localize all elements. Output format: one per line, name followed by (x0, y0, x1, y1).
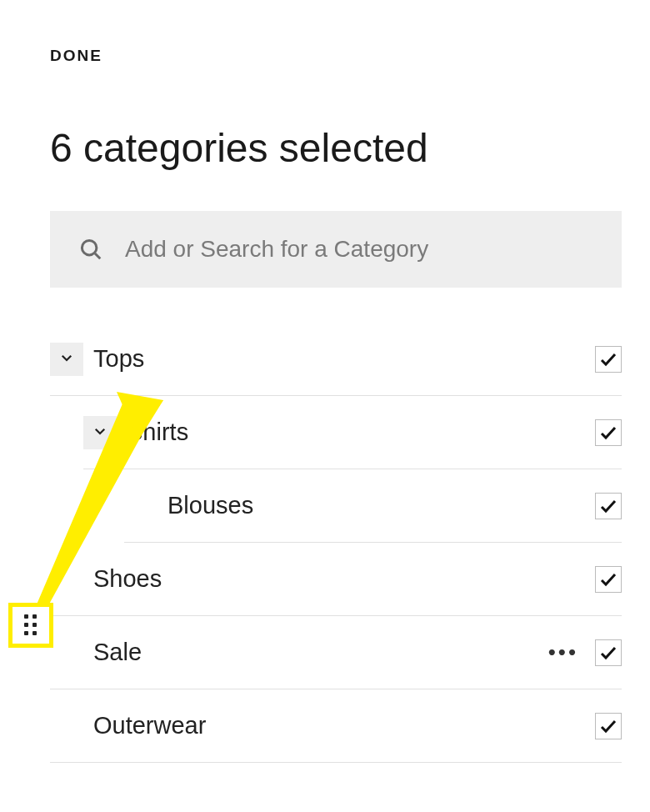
checkbox[interactable] (595, 346, 622, 373)
check-icon (598, 423, 618, 443)
expand-toggle[interactable] (50, 343, 83, 376)
chevron-down-icon (59, 350, 74, 368)
drag-handle[interactable] (8, 603, 53, 648)
drag-handle-icon (24, 614, 38, 636)
svg-line-1 (95, 253, 100, 258)
category-row-shoes[interactable]: Shoes (50, 543, 622, 616)
svg-point-0 (82, 240, 97, 255)
category-label: Shoes (93, 565, 595, 593)
check-icon (598, 643, 618, 663)
search-input[interactable] (125, 236, 593, 263)
check-icon (598, 569, 618, 589)
category-label: Sale (93, 639, 548, 666)
category-label: Blouses (168, 492, 595, 519)
done-button[interactable]: DONE (50, 47, 102, 65)
search-box[interactable] (50, 211, 622, 288)
expand-toggle[interactable] (83, 416, 117, 449)
checkbox[interactable] (595, 419, 622, 446)
category-row-sale[interactable]: Sale ••• (50, 616, 622, 689)
checkbox[interactable] (595, 713, 622, 739)
category-row-outerwear[interactable]: Outerwear (50, 689, 622, 763)
check-icon (598, 349, 618, 369)
category-row-shirts[interactable]: Shirts (83, 396, 622, 469)
check-icon (598, 716, 618, 736)
search-icon (78, 237, 103, 262)
checkbox[interactable] (595, 566, 622, 593)
chevron-down-icon (92, 424, 108, 442)
more-icon[interactable]: ••• (548, 639, 578, 665)
category-row-tops[interactable]: Tops (50, 323, 622, 396)
category-label: Shirts (127, 419, 595, 446)
checkbox[interactable] (595, 639, 622, 666)
check-icon (598, 496, 618, 516)
category-list: Tops Shirts Blouses (50, 323, 622, 763)
checkbox[interactable] (595, 493, 622, 519)
category-row-blouses[interactable]: Blouses (124, 469, 622, 543)
category-label: Outerwear (93, 712, 595, 739)
page-title: 6 categories selected (50, 125, 622, 171)
category-label: Tops (93, 345, 595, 373)
